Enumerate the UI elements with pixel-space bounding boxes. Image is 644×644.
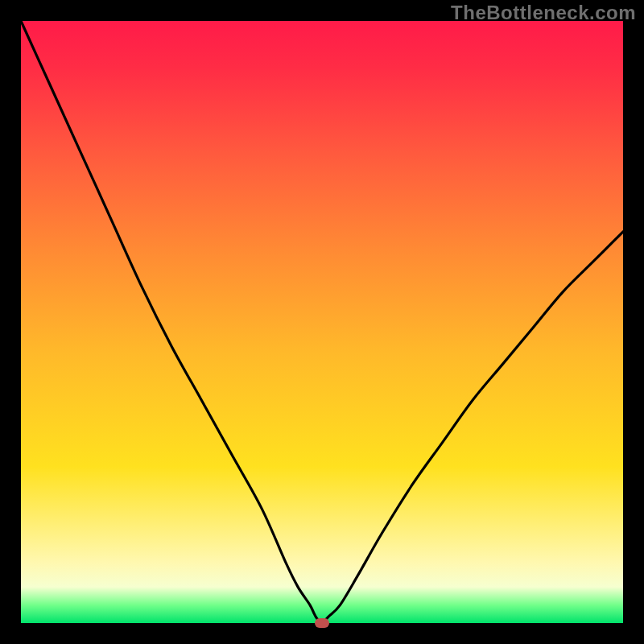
min-marker	[315, 618, 329, 628]
curve-svg	[21, 21, 623, 623]
chart-frame: TheBottleneck.com	[0, 0, 644, 644]
bottleneck-curve-path	[21, 21, 623, 623]
plot-area	[21, 21, 623, 623]
